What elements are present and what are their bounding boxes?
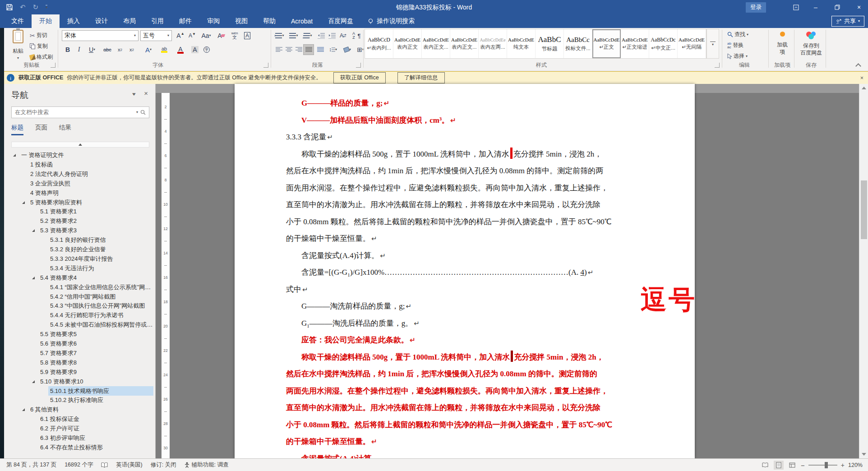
style-item[interactable]: AaBbCcDdE↵无间隔 — [678, 29, 706, 58]
nav-tree-item[interactable]: 5.8 资格要求8 — [4, 358, 156, 367]
nav-tree-item[interactable]: 3 企业营业执照 — [4, 179, 156, 188]
cut-button[interactable]: ✂ 剪切 — [30, 32, 47, 39]
highlight-color-button[interactable]: ab — [157, 44, 171, 55]
web-layout-icon[interactable] — [787, 461, 797, 470]
nav-tree-item[interactable]: 6.2 开户许可证 — [4, 424, 156, 433]
font-size-combobox[interactable]: 五号▾ — [140, 30, 172, 41]
zoom-out-icon[interactable]: − — [801, 462, 805, 469]
expand-triangle-icon[interactable] — [32, 229, 35, 232]
scroll-down-icon[interactable] — [862, 453, 866, 456]
menu-tab-引用[interactable]: 引用 — [143, 14, 171, 28]
align-left-button[interactable] — [273, 44, 284, 55]
sign-in-button[interactable]: 登录 — [746, 2, 766, 13]
nav-tree-item[interactable]: 5.3.1 良好的银行资信 — [4, 235, 156, 245]
nav-tree-item[interactable]: 1 投标函 — [4, 160, 156, 169]
nav-tree-item[interactable]: 6.4 不存在禁止投标情形 — [4, 443, 156, 452]
warnbar-close-icon[interactable]: × — [860, 75, 863, 81]
style-item[interactable]: AaBbCcDdE表内正文... — [422, 29, 450, 58]
expand-triangle-icon[interactable] — [22, 408, 25, 411]
change-case-button[interactable]: Aa▾ — [199, 30, 213, 41]
styles-more-button[interactable]: ▾ — [706, 29, 719, 59]
nav-tree-item[interactable]: 5.1 资格要求1 — [4, 207, 156, 216]
find-button[interactable]: 查找▾ — [727, 31, 748, 38]
bold-button[interactable]: B — [62, 44, 73, 55]
nav-tree-item[interactable]: 5.6 资格要求6 — [4, 339, 156, 348]
menu-tab-审阅[interactable]: 审阅 — [199, 14, 227, 28]
clear-formatting-button[interactable]: A — [216, 30, 226, 41]
nav-tree-item[interactable]: 5.3.3 2024年度审计报告 — [4, 254, 156, 263]
minimize-button[interactable]: – — [807, 0, 825, 14]
nav-tree-item[interactable]: 5.10.1 技术规格书响应 — [4, 386, 156, 396]
menu-tab-Acrobat[interactable]: Acrobat — [283, 14, 320, 28]
line-spacing-button[interactable]: ↕▾ — [327, 44, 339, 55]
nav-tree-item[interactable]: 5.3.2 良好的企业信誉 — [4, 245, 156, 254]
nav-tree-item[interactable]: 5.9 资格要求9 — [4, 367, 156, 377]
grow-font-button[interactable]: A▲ — [175, 30, 186, 41]
copy-button[interactable]: 复制 — [30, 42, 48, 50]
nav-search-input[interactable] — [12, 109, 136, 115]
nav-tree-item[interactable]: 6.3 初步评审响应 — [4, 433, 156, 443]
style-item[interactable]: AaBbCcDdE↵正文 — [592, 29, 621, 58]
nav-tree-item[interactable]: 4 资格声明 — [4, 188, 156, 198]
asian-layout-button[interactable]: A — [337, 30, 349, 41]
nav-tree-item[interactable]: 5.4.4 无行贿犯罪行为承诺书 — [4, 310, 156, 320]
language-indicator[interactable]: 英语(美国) — [116, 461, 142, 469]
vertical-ruler[interactable]: 24681012141618202224262830 — [162, 93, 170, 458]
styles-dialog-launcher[interactable] — [715, 63, 720, 68]
nav-tab-标题[interactable]: 标题 — [11, 124, 23, 135]
nav-tree-item[interactable]: 5.10 资格要求10 — [4, 377, 156, 386]
nav-tab-页面[interactable]: 页面 — [35, 124, 47, 135]
nav-search-box[interactable]: ▾ — [11, 106, 149, 118]
nav-tree-item[interactable]: 2 法定代表人身份证明 — [4, 169, 156, 179]
zoom-in-icon[interactable]: + — [841, 462, 845, 469]
multilevel-list-button[interactable]: ▾ — [301, 30, 314, 41]
expand-triangle-icon[interactable] — [13, 154, 16, 157]
show-hide-marks-button[interactable]: ¶ — [356, 30, 363, 41]
proofing-icon[interactable] — [101, 462, 108, 468]
share-button[interactable]: 共享 ▾ — [831, 16, 864, 27]
tell-me-search[interactable]: 操作说明搜索 — [361, 14, 421, 28]
nav-tree-item[interactable]: 5.7 资格要求7 — [4, 348, 156, 358]
font-name-combobox[interactable]: 宋体▾ — [62, 30, 139, 41]
print-layout-icon[interactable] — [774, 461, 784, 470]
expand-triangle-icon[interactable] — [32, 277, 35, 279]
menu-tab-百度网盘[interactable]: 百度网盘 — [320, 14, 361, 28]
distribute-button[interactable] — [315, 44, 326, 55]
font-dialog-launcher[interactable] — [263, 63, 268, 68]
scrollbar-thumb[interactable] — [861, 180, 867, 239]
nav-tree-item[interactable]: 5.10.2 执行标准响应 — [4, 395, 156, 405]
font-color-button[interactable]: A — [173, 44, 188, 55]
scroll-up-icon[interactable] — [862, 87, 866, 89]
style-item[interactable]: AaBbCc投标文件... — [564, 29, 592, 58]
nav-tree-scroll-strip[interactable] — [11, 142, 149, 148]
enclose-characters-button[interactable]: 字 — [201, 44, 212, 55]
nav-tree-item[interactable]: 6 其他资料 — [4, 405, 156, 414]
learn-more-button[interactable]: 了解详细信息 — [397, 72, 445, 83]
underline-button[interactable]: U▾ — [85, 44, 99, 55]
zoom-level[interactable]: 120% — [848, 462, 863, 468]
nav-tree-item[interactable]: 5.4.5 未被中国石油招标投标网暂停或取消... — [4, 320, 156, 329]
clipboard-dialog-launcher[interactable] — [51, 63, 55, 68]
collapse-ribbon-icon[interactable] — [855, 63, 861, 69]
close-button[interactable]: × — [850, 0, 868, 14]
expand-triangle-icon[interactable] — [22, 201, 25, 204]
menu-tab-插入[interactable]: 插入 — [60, 14, 88, 28]
accessibility-indicator[interactable]: 辅助功能: 调查 — [185, 461, 229, 469]
nav-tree-item[interactable]: 5.3.4 无违法行为 — [4, 263, 156, 273]
style-item[interactable]: AaBbCcD↵表内列... — [365, 29, 393, 58]
format-painter-button[interactable]: 格式刷 — [30, 53, 53, 61]
vertical-scrollbar[interactable] — [859, 84, 868, 458]
nav-tree-item[interactable]: 5.3 资格要求3 — [4, 226, 156, 235]
shrink-font-button[interactable]: A▼ — [187, 30, 198, 41]
word-count[interactable]: 16892 个字 — [65, 461, 93, 469]
menu-tab-帮助[interactable]: 帮助 — [255, 14, 283, 28]
shading-button[interactable]: ▾ — [341, 44, 354, 55]
nav-collapse-icon[interactable]: ▾ — [132, 91, 136, 97]
expand-triangle-icon[interactable] — [32, 380, 35, 383]
character-shading-button[interactable]: A — [189, 44, 200, 55]
nav-tree-item[interactable]: 5.5 资格要求5 — [4, 329, 156, 339]
decrease-indent-button[interactable] — [316, 30, 327, 41]
menu-tab-布局[interactable]: 布局 — [115, 14, 143, 28]
style-item[interactable]: AaBbCcDdE表内正文... — [450, 29, 479, 58]
read-mode-icon[interactable] — [760, 461, 770, 470]
